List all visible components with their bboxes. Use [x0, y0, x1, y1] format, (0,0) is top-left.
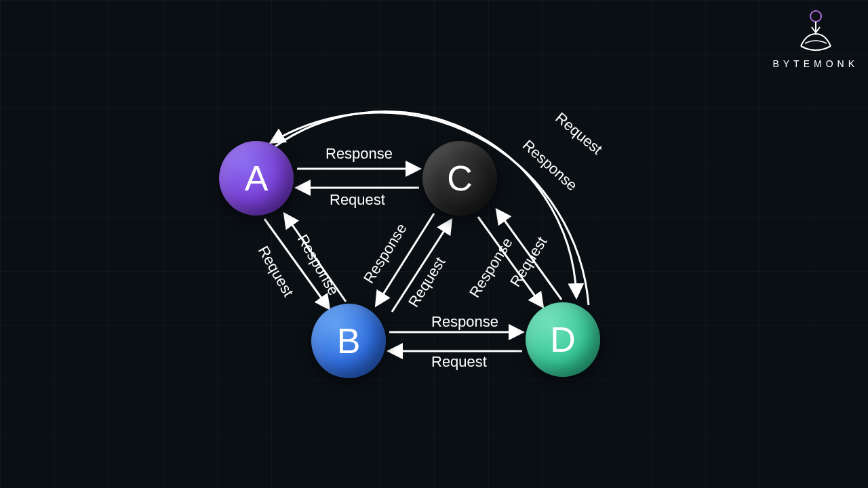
label-ac-response: Response — [326, 145, 393, 163]
node-c-label: C — [447, 158, 473, 199]
node-a-label: A — [245, 158, 269, 199]
network-diagram — [0, 0, 868, 488]
label-db-request: Request — [431, 353, 487, 371]
node-c: C — [422, 141, 497, 216]
node-b-label: B — [337, 321, 361, 361]
node-b: B — [311, 304, 386, 378]
node-d: D — [526, 302, 600, 377]
node-d-label: D — [550, 319, 576, 360]
label-ca-request: Request — [330, 191, 385, 209]
label-bd-response: Response — [431, 313, 498, 331]
node-a: A — [219, 141, 294, 216]
